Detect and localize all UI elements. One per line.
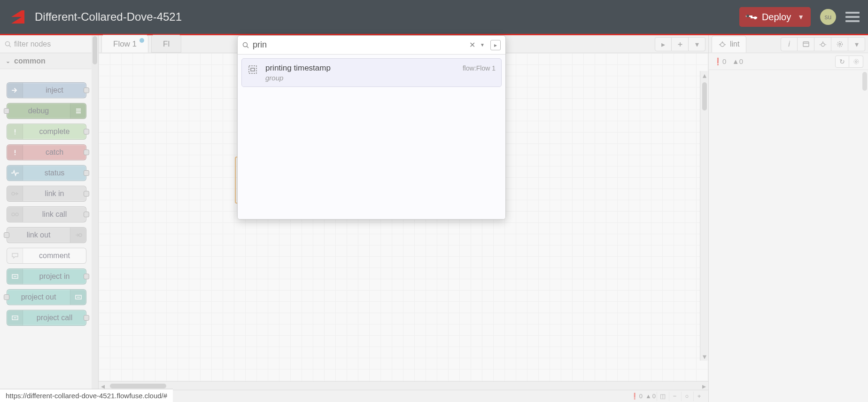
- scrollbar-thumb[interactable]: [702, 82, 707, 110]
- node-label: comment: [23, 252, 86, 260]
- palette-node-inject[interactable]: inject: [7, 82, 86, 98]
- output-port[interactable]: [84, 129, 89, 134]
- comment-icon: [7, 248, 23, 263]
- sidebar-info-button[interactable]: i: [781, 37, 798, 51]
- svg-point-14: [12, 213, 15, 216]
- svg-rect-36: [249, 66, 256, 73]
- sidebar-tab-lint[interactable]: lint: [712, 36, 746, 53]
- sidebar-debug-button[interactable]: [814, 37, 831, 51]
- palette-node-debug[interactable]: debug: [7, 103, 86, 119]
- proj-icon: [70, 290, 86, 305]
- group-icon: [248, 63, 259, 75]
- search-icon: [242, 42, 249, 48]
- link-call-icon: [7, 207, 23, 222]
- search-result-item[interactable]: printing timestamp group flow:Flow 1: [241, 58, 502, 87]
- warning-count-icon: ▲: [645, 393, 651, 400]
- add-tab-button[interactable]: ＋: [672, 37, 689, 51]
- node-label: inject: [23, 86, 86, 95]
- canvas-scrollbar-vertical[interactable]: ▴ ▾: [700, 71, 708, 361]
- palette-node-project-in[interactable]: project in: [7, 268, 86, 284]
- palette-node-catch[interactable]: catch: [7, 144, 86, 160]
- clear-search-button[interactable]: ✕: [467, 40, 477, 49]
- lint-settings-button[interactable]: [849, 55, 863, 68]
- svg-point-13: [12, 192, 15, 195]
- palette-panel: ⌄ common injectdebugcompletecatchstatusl…: [0, 35, 99, 402]
- output-port[interactable]: [84, 191, 89, 197]
- node-label: link in: [23, 189, 86, 198]
- zoom-reset-button[interactable]: ○: [681, 392, 692, 401]
- palette-category-common[interactable]: ⌄ common: [0, 53, 98, 69]
- user-avatar[interactable]: su: [820, 9, 836, 25]
- palette-node-complete[interactable]: complete: [7, 124, 86, 140]
- palette-scrollbar[interactable]: [92, 35, 98, 402]
- node-label: link out: [7, 231, 70, 239]
- browser-status-bar: https://different-collared-dove-4521.flo…: [0, 389, 173, 402]
- tab-menu-button[interactable]: ▾: [689, 37, 705, 51]
- palette-node-link-out[interactable]: link out: [7, 227, 86, 243]
- input-port[interactable]: [4, 232, 9, 238]
- svg-rect-24: [803, 42, 809, 47]
- sidebar-help-button[interactable]: [798, 37, 814, 51]
- sidebar-tab-label: lint: [730, 36, 739, 53]
- output-port[interactable]: [84, 170, 89, 176]
- canvas-scrollbar-horizontal[interactable]: ◂ ▸: [99, 381, 708, 390]
- lint-warning-count: 0: [739, 57, 743, 65]
- output-port[interactable]: [84, 150, 89, 155]
- palette-node-link-call[interactable]: link call: [7, 206, 86, 222]
- scroll-down-icon[interactable]: ▾: [700, 352, 708, 361]
- node-label: project in: [23, 272, 86, 281]
- search-icon: [5, 41, 11, 47]
- chevron-down-icon: ⌄: [6, 58, 10, 64]
- scroll-up-icon[interactable]: ▴: [700, 71, 708, 79]
- sidebar-menu-button[interactable]: ▾: [848, 37, 865, 51]
- input-port[interactable]: [4, 108, 9, 114]
- scrollbar-thumb[interactable]: [862, 72, 867, 91]
- error-count: 0: [639, 393, 643, 400]
- palette-node-project-call[interactable]: project call: [7, 310, 86, 326]
- exclaim-icon: [7, 124, 23, 139]
- output-port[interactable]: [84, 315, 89, 321]
- palette-node-project-out[interactable]: project out: [7, 289, 86, 305]
- search-submit-button[interactable]: ▸: [490, 40, 501, 50]
- tab-flow1[interactable]: Flow 1: [101, 35, 148, 53]
- node-label: complete: [23, 127, 86, 136]
- navigator-button[interactable]: ◫: [657, 392, 668, 401]
- svg-rect-9: [15, 129, 16, 133]
- output-port[interactable]: [84, 274, 89, 279]
- svg-point-31: [837, 42, 842, 47]
- deploy-button[interactable]: Deploy ▼: [739, 7, 811, 27]
- bars-icon: [70, 103, 86, 118]
- palette-node-status[interactable]: status: [7, 165, 86, 181]
- sidebar-config-button[interactable]: [831, 37, 848, 51]
- tab-scroll-right-button[interactable]: ▸: [655, 37, 672, 51]
- node-label: debug: [7, 107, 70, 115]
- svg-line-35: [247, 46, 249, 48]
- output-port[interactable]: [84, 87, 89, 93]
- changed-indicator-icon: [140, 38, 144, 43]
- scrollbar-thumb[interactable]: [110, 384, 166, 388]
- search-input[interactable]: [253, 40, 467, 50]
- zoom-in-button[interactable]: +: [693, 392, 705, 401]
- arrow-right-icon: [7, 83, 23, 98]
- search-options-button[interactable]: ▼: [477, 42, 488, 47]
- output-port[interactable]: [84, 212, 89, 217]
- link-in-icon: [7, 186, 23, 201]
- chevron-down-icon[interactable]: ▼: [798, 13, 804, 21]
- palette-node-link-in[interactable]: link in: [7, 186, 86, 202]
- tab-flow2[interactable]: Fl: [151, 35, 181, 53]
- scroll-right-icon[interactable]: ▸: [700, 382, 708, 390]
- main-menu-button[interactable]: [845, 9, 860, 24]
- scrollbar-thumb[interactable]: [93, 36, 97, 64]
- proj-icon: [7, 310, 23, 325]
- search-results-list: printing timestamp group flow:Flow 1: [238, 55, 505, 219]
- input-port[interactable]: [4, 294, 9, 300]
- node-label: project call: [23, 314, 86, 322]
- sidebar-panel: lint i ▾ ❗0 ▲0: [708, 35, 868, 402]
- svg-line-5: [9, 45, 11, 47]
- lint-refresh-button[interactable]: ↻: [835, 55, 849, 68]
- warning-icon: ▲: [732, 57, 739, 65]
- sidebar-tab-bar: lint i ▾: [709, 35, 868, 53]
- svg-rect-12: [15, 154, 16, 155]
- zoom-out-button[interactable]: −: [669, 392, 680, 401]
- palette-node-comment[interactable]: comment: [7, 248, 86, 264]
